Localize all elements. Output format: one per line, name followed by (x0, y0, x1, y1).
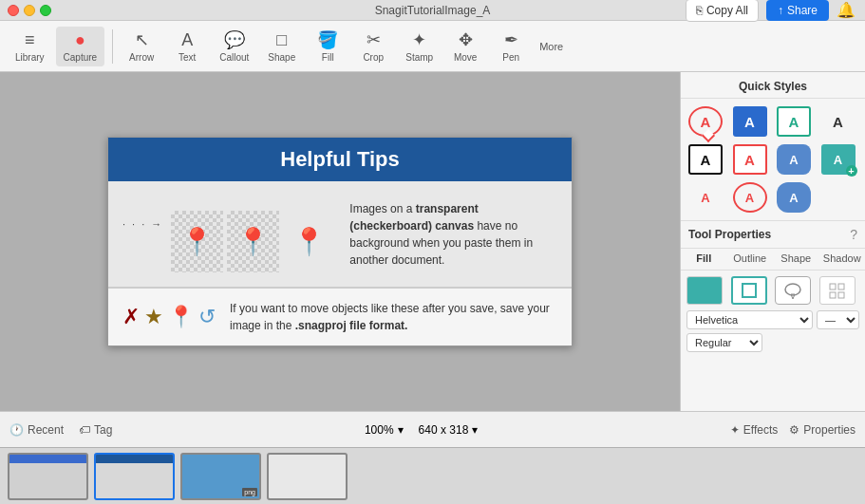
dimensions-label: 640 x 318 (419, 423, 469, 437)
style-plain: A (821, 106, 856, 137)
quick-style-8[interactable]: A (819, 142, 857, 177)
quick-style-2[interactable]: A (731, 104, 769, 139)
pin-3: 📍 (283, 211, 335, 272)
canvas-bottom-text: If you want to move objects like these a… (230, 300, 557, 334)
effects-button[interactable]: ✦ Effects (730, 423, 778, 437)
toolbar-arrow[interactable]: ↖ Arrow (121, 26, 162, 66)
style-red-plain: A (688, 182, 723, 213)
copy-all-button[interactable]: ⎘ Copy All (686, 0, 759, 22)
thumbnail-1[interactable] (8, 453, 88, 500)
thumbnail-2[interactable] (94, 453, 175, 500)
svg-rect-5 (830, 292, 836, 298)
minimize-button[interactable] (24, 5, 35, 16)
tool-properties-header: Tool Properties ? (681, 220, 865, 249)
recent-button[interactable]: 🕐 Recent (9, 423, 64, 437)
window-title: SnagitTutorialImage_A (375, 4, 491, 17)
quick-style-10[interactable]: A (731, 180, 769, 215)
style-teal-plus: A (821, 144, 856, 175)
toolbar-move[interactable]: ✥ Move (444, 26, 486, 66)
toolbar-callout[interactable]: 💬 Callout (212, 26, 256, 66)
callout-icon: 💬 (224, 29, 245, 50)
swatch-speech[interactable] (775, 276, 811, 305)
toolbar-crop[interactable]: ✂ Crop (352, 26, 394, 66)
properties-button[interactable]: ⚙ Properties (789, 423, 856, 437)
properties-label: Properties (803, 423, 856, 437)
crop-icon: ✂ (367, 29, 381, 50)
notification-bell-button[interactable]: 🔔 (837, 1, 856, 19)
style-black-box: A (688, 144, 723, 175)
pen-icon: ✒ (504, 29, 518, 50)
outline-svg (741, 282, 758, 299)
thumb-1-image (9, 455, 86, 498)
recent-label: Recent (28, 423, 64, 437)
rotate-icon: ↺ (198, 305, 216, 329)
swatch-teal[interactable] (686, 276, 723, 305)
canvas-top-text: Images on a transparent (checkerboard) c… (349, 200, 557, 269)
toolbar-text[interactable]: A Text (166, 27, 208, 66)
color-swatches (686, 276, 859, 305)
tag-button[interactable]: 🏷 Tag (79, 423, 112, 437)
help-icon[interactable]: ? (850, 227, 857, 242)
toolbar-fill[interactable]: 🪣 Fill (307, 26, 348, 66)
tool-properties-content: Helvetica — Regular (681, 271, 865, 362)
transparent-pin-2: 📍 (227, 211, 279, 272)
toolbar-stamp[interactable]: ✦ Stamp (398, 26, 441, 66)
toolbar: ≡ Library ● Capture ↖ Arrow A Text 💬 Cal… (0, 21, 865, 72)
quick-style-9[interactable]: A (686, 180, 724, 215)
zoom-control[interactable]: 100% ▾ (365, 423, 404, 437)
swatch-grid[interactable] (819, 276, 856, 305)
share-icon: ↑ (778, 4, 783, 17)
toolbar-more[interactable]: More (536, 37, 567, 56)
grid-svg (828, 282, 847, 299)
tag-label: Tag (94, 423, 112, 437)
share-button[interactable]: ↑ Share (766, 0, 829, 21)
canvas-area[interactable]: Helpful Tips · · · → 📍 (0, 72, 680, 411)
quick-style-6[interactable]: A (731, 142, 769, 177)
tab-outline[interactable]: Outline (727, 249, 774, 270)
canvas-bottom-section: ✗ ★ 📍 ↺ If you want to move objects like… (108, 289, 572, 345)
thumbnail-3[interactable]: png (180, 453, 261, 500)
tab-fill[interactable]: Fill (681, 249, 727, 270)
copy-all-label: Copy All (706, 4, 748, 17)
toolbar-pen[interactable]: ✒ Pen (490, 26, 532, 66)
style-red-box: A (733, 144, 767, 175)
font-size-select[interactable]: — (817, 310, 859, 329)
swatch-outline[interactable] (731, 276, 767, 305)
toolbar-capture[interactable]: ● Capture (56, 27, 105, 66)
thumbnails-bar: png (0, 447, 865, 504)
thumb-3-image: png (182, 455, 259, 498)
thumbnail-4[interactable] (267, 453, 348, 500)
style-green-box: A (777, 106, 811, 137)
quick-style-7[interactable]: A (775, 142, 813, 177)
copy-icon: ⎘ (696, 4, 703, 17)
clock-icon: 🕐 (9, 423, 24, 437)
tab-shape[interactable]: Shape (773, 249, 819, 270)
toolbar-library[interactable]: ≡ Library (8, 27, 52, 66)
main-area: Helpful Tips · · · → 📍 (0, 72, 865, 411)
maximize-button[interactable] (40, 5, 51, 16)
tag-icon: 🏷 (79, 423, 90, 437)
font-weight-select[interactable]: Regular (686, 333, 762, 352)
fill-icon: 🪣 (317, 29, 338, 50)
close-button[interactable] (8, 5, 19, 16)
canvas-title: Helpful Tips (108, 138, 572, 181)
status-bar: 🕐 Recent 🏷 Tag 100% ▾ 640 x 318 ▾ ✦ Effe… (0, 411, 865, 447)
quick-styles-grid: A A A A A A A A (681, 99, 865, 220)
dimensions-display[interactable]: 640 x 318 ▾ (419, 423, 479, 437)
status-center: 100% ▾ 640 x 318 ▾ (365, 423, 478, 437)
title-bar-actions: ⎘ Copy All ↑ Share 🔔 (686, 0, 856, 22)
zoom-chevron: ▾ (398, 423, 404, 437)
font-family-select[interactable]: Helvetica (686, 310, 813, 329)
dimensions-chevron: ▾ (472, 423, 478, 437)
quick-style-4[interactable]: A (819, 104, 857, 139)
arrow-icon: ↖ (135, 29, 149, 50)
style-red-callout: A (733, 182, 767, 213)
toolbar-shape[interactable]: □ Shape (260, 27, 303, 66)
font-weight-row: Regular (686, 333, 859, 352)
quick-style-11[interactable]: A (775, 180, 813, 215)
tab-shadow[interactable]: Shadow (819, 249, 866, 270)
status-right: ✦ Effects ⚙ Properties (730, 423, 856, 437)
quick-style-3[interactable]: A (775, 104, 813, 139)
quick-style-5[interactable]: A (686, 142, 724, 177)
quick-style-1[interactable]: A (686, 104, 724, 139)
